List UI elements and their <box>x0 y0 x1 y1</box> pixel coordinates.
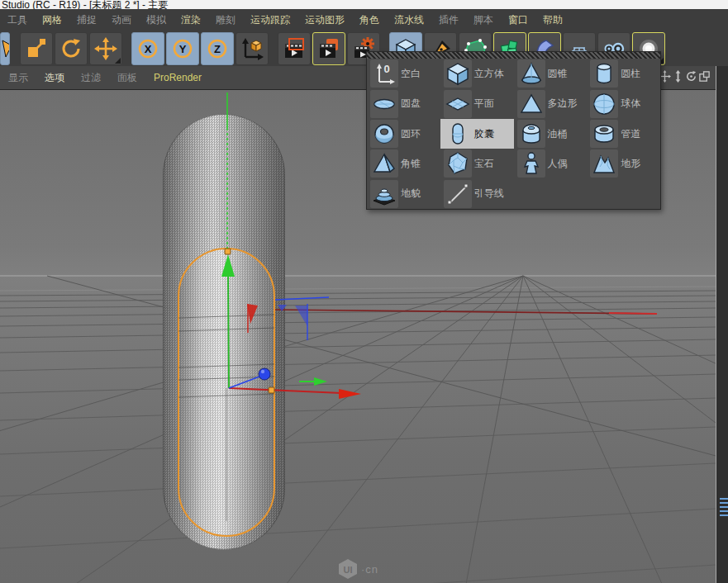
popup-item-tube[interactable]: 管道 <box>587 119 660 149</box>
popup-item-relief[interactable]: 地貌 <box>367 179 440 209</box>
right-panel-strip <box>716 66 728 583</box>
null-icon: 0 <box>370 59 398 88</box>
z-axis-lock-button[interactable]: Z <box>201 32 234 65</box>
disc-icon <box>370 90 398 118</box>
polygon-icon <box>517 90 545 118</box>
popup-item-label: 多边形 <box>548 97 578 111</box>
primitive-object-palette: 0空白圆盘圆环角锥地貌立方体平面胶囊宝石引导线圆锥多边形油桶人偶圆柱球体管道地形 <box>366 51 661 210</box>
relief-icon <box>370 180 398 208</box>
svg-text:0: 0 <box>383 63 389 75</box>
figure-icon <box>517 149 545 178</box>
popup-item-label: 圆柱 <box>621 67 640 81</box>
palette-column-4: 圆柱球体管道地形 <box>587 59 660 209</box>
render-picture-viewer-button[interactable] <box>312 32 345 65</box>
popup-item-label: 油桶 <box>548 127 568 141</box>
menu-item-脚本[interactable]: 脚本 <box>466 13 501 27</box>
y-lock-icon: Y <box>171 37 194 60</box>
x-axis-handle[interactable] <box>339 389 361 399</box>
popup-item-capsule[interactable]: 胶囊 <box>440 119 514 149</box>
popup-item-disc[interactable]: 圆盘 <box>367 88 440 118</box>
viewbar-item-过滤[interactable]: 过滤 <box>73 71 109 85</box>
menu-item-流水线[interactable]: 流水线 <box>387 13 431 27</box>
menu-item-网格[interactable]: 网格 <box>35 13 69 27</box>
popup-item-label: 平面 <box>474 97 494 111</box>
popup-item-figure[interactable]: 人偶 <box>514 149 588 178</box>
svg-text:X: X <box>145 43 152 55</box>
popup-item-polygon[interactable]: 多边形 <box>514 88 588 118</box>
y-axis-lock-button[interactable]: Y <box>166 32 199 65</box>
zoom-view-button[interactable] <box>670 69 683 87</box>
rotate-view-button[interactable] <box>683 69 697 87</box>
popup-item-null[interactable]: 0空白 <box>367 59 440 88</box>
cube-icon <box>444 59 472 88</box>
menu-item-角色[interactable]: 角色 <box>352 13 387 27</box>
menu-item-帮助[interactable]: 帮助 <box>535 13 570 27</box>
render-picture-viewer-icon <box>317 37 340 60</box>
landscape-icon <box>590 149 618 178</box>
live-selection-icon <box>1 37 10 60</box>
move-tool-button[interactable] <box>89 32 122 65</box>
popup-item-label: 空白 <box>401 67 421 81</box>
viewbar-item-选项[interactable]: 选项 <box>36 71 73 85</box>
coordinate-system-button[interactable] <box>236 32 269 65</box>
menu-item-渲染[interactable]: 渲染 <box>174 13 208 27</box>
palette-drag-grip[interactable] <box>367 52 660 59</box>
menu-item-窗口[interactable]: 窗口 <box>501 13 535 27</box>
popup-item-oiltank[interactable]: 油桶 <box>514 119 588 149</box>
capsule-radius-handle-right[interactable] <box>269 387 274 393</box>
y-axis-handle[interactable] <box>221 254 235 277</box>
popup-item-gem[interactable]: 宝石 <box>440 149 514 178</box>
render-view-button[interactable] <box>278 32 311 65</box>
window-title: Studio (RC - R19) - [未标题 2 *] - 主要 <box>0 0 728 9</box>
popup-item-cylinder[interactable]: 圆柱 <box>587 59 660 88</box>
popup-item-guide[interactable]: 引导线 <box>440 179 514 209</box>
popup-item-cone[interactable]: 圆锥 <box>514 59 588 88</box>
toolbar-group <box>0 32 12 65</box>
palette-column-1: 0空白圆盘圆环角锥地貌 <box>367 59 440 209</box>
menu-item-动画[interactable]: 动画 <box>104 13 139 27</box>
popup-item-plane[interactable]: 平面 <box>440 88 514 118</box>
watermark-hexagon-icon: UI <box>337 558 359 580</box>
popup-item-label: 管道 <box>621 127 640 141</box>
svg-text:Y: Y <box>179 43 187 55</box>
popup-item-sphere[interactable]: 球体 <box>587 88 660 118</box>
popup-item-label: 角锥 <box>401 157 421 171</box>
cylinder-icon <box>590 59 618 88</box>
popup-item-label: 立方体 <box>474 67 504 81</box>
maximize-icon <box>698 73 711 85</box>
popup-item-cube[interactable]: 立方体 <box>440 59 514 88</box>
popup-item-label: 地貌 <box>401 187 421 201</box>
viewbar-item-显示[interactable]: 显示 <box>0 71 36 85</box>
plane-handle-blue[interactable] <box>295 306 307 326</box>
menu-item-运动跟踪[interactable]: 运动跟踪 <box>243 13 297 27</box>
maximize-view-button[interactable] <box>697 69 710 87</box>
x-axis-lock-button[interactable]: X <box>131 32 164 65</box>
rotate-tool-button[interactable] <box>55 32 88 65</box>
menu-item-插件[interactable]: 插件 <box>431 13 466 27</box>
sphere-icon <box>590 90 618 118</box>
viewbar-item-ProRender[interactable]: ProRender <box>145 72 210 83</box>
z-axis-handle[interactable] <box>259 368 270 380</box>
capsule-radius-handle-top[interactable] <box>225 249 231 254</box>
menu-item-运动图形[interactable]: 运动图形 <box>297 13 352 27</box>
plane-handle-red[interactable] <box>247 304 258 324</box>
popup-item-label: 圆盘 <box>401 97 421 111</box>
viewbar-item-面板[interactable]: 面板 <box>109 71 145 85</box>
capsule-icon <box>444 120 472 148</box>
palette-column-2: 立方体平面胶囊宝石引导线 <box>440 59 514 209</box>
menu-item-雕刻[interactable]: 雕刻 <box>208 13 243 27</box>
torus-icon <box>370 120 398 148</box>
menu-item-工具[interactable]: 工具 <box>0 13 35 27</box>
toolbar-group: XYZ <box>131 32 270 65</box>
scale-tool-button[interactable] <box>20 32 53 65</box>
menu-item-捕捉[interactable]: 捕捉 <box>69 13 104 27</box>
popup-item-pyramid[interactable]: 角锥 <box>367 149 440 178</box>
menu-item-模拟[interactable]: 模拟 <box>139 13 174 27</box>
pyramid-icon <box>370 149 398 178</box>
popup-item-landscape[interactable]: 地形 <box>587 149 660 178</box>
live-selection-button[interactable] <box>0 32 10 65</box>
popup-item-label: 人偶 <box>548 157 568 171</box>
popup-item-torus[interactable]: 圆环 <box>367 119 440 149</box>
z-lock-icon: Z <box>206 37 229 60</box>
svg-text:UI: UI <box>344 565 353 575</box>
